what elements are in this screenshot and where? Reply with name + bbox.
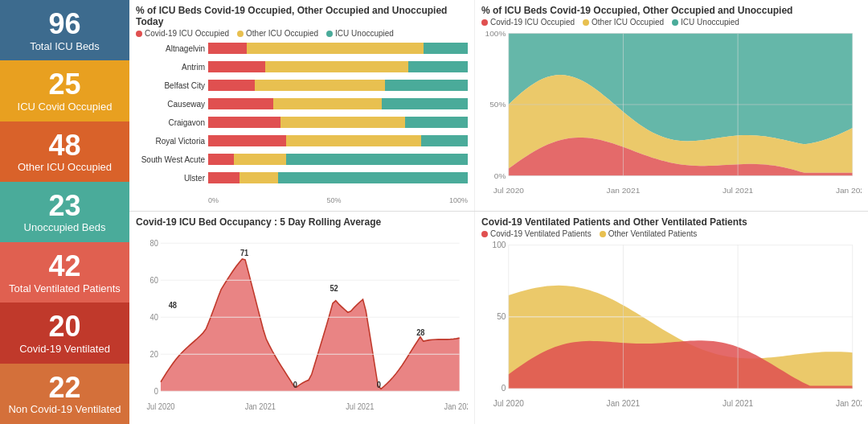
stat-num: 23: [48, 190, 80, 222]
legend-label: Other ICU Occupied: [592, 18, 664, 27]
hbar-legend: Covid-19 ICU OccupiedOther ICU OccupiedI…: [136, 29, 468, 38]
hbar-track: [208, 61, 468, 72]
hbar-other: [273, 98, 383, 109]
legend-dot: [481, 231, 488, 237]
hbar-covid: [208, 154, 234, 165]
bottom-row: Covid-19 ICU Bed Occupancy : 5 Day Rolli…: [129, 212, 868, 424]
stat-num: 25: [48, 68, 80, 101]
legend-item: Covid-19 Ventilated Patients: [481, 229, 592, 238]
hbar-chart: Altnagelvin Antrim Belfast City Causeway…: [136, 40, 468, 209]
hbar-track: [208, 43, 468, 54]
hbar-covid: [208, 172, 240, 183]
hbar-unoccupied: [278, 172, 468, 183]
hbar-track: [208, 172, 468, 183]
stat-card-total-icu: 96Total ICU Beds: [0, 0, 129, 60]
hbar-covid: [208, 135, 286, 146]
hbar-other: [286, 135, 421, 146]
svg-text:Jan 2021: Jan 2021: [607, 187, 641, 196]
svg-text:0: 0: [377, 380, 382, 389]
svg-text:Jul 2021: Jul 2021: [723, 399, 754, 408]
hbar-row: Craigavon: [136, 114, 468, 130]
svg-text:71: 71: [240, 249, 249, 258]
legend-label: Other ICU Occupied: [246, 29, 318, 38]
hbar-covid: [208, 61, 265, 72]
stat-label: Unoccupied Beds: [24, 221, 106, 234]
svg-text:Jul 2020: Jul 2020: [493, 187, 525, 196]
line-svg: 020406080Jul 2020Jan 2021Jul 2021Jan 202…: [136, 229, 468, 414]
area-top-legend: Covid-19 ICU OccupiedOther ICU OccupiedI…: [481, 18, 862, 27]
legend-dot: [326, 31, 333, 37]
svg-text:40: 40: [150, 312, 159, 322]
svg-text:Jul 2020: Jul 2020: [146, 402, 175, 412]
stat-num: 96: [48, 8, 80, 40]
stat-card-total-vent: 42Total Ventilated Patients: [0, 242, 129, 303]
legend-dot: [600, 231, 606, 237]
svg-text:0: 0: [293, 380, 298, 389]
hbar-label: Altnagelvin: [136, 44, 208, 53]
legend-item: ICU Unoccupied: [326, 29, 394, 38]
hbar-track: [208, 135, 468, 146]
legend-label: Covid-19 ICU Occupied: [145, 29, 229, 38]
hbar-track: [208, 154, 468, 165]
stat-num: 42: [48, 250, 80, 282]
hbar-unoccupied: [286, 154, 468, 165]
hbar-row: Antrim: [136, 59, 468, 75]
hbar-other: [280, 117, 405, 128]
hbar-track: [208, 80, 468, 91]
stat-card-covid-vent: 20Covid-19 Ventilated: [0, 303, 129, 363]
hbar-row: Causeway: [136, 96, 468, 112]
legend-item: ICU Unoccupied: [672, 18, 739, 27]
hbar-unoccupied: [424, 43, 468, 54]
axis-50: 50%: [219, 196, 449, 204]
svg-text:Jan 2022: Jan 2022: [836, 399, 862, 408]
svg-text:Jul 2020: Jul 2020: [493, 399, 525, 408]
top-row: % of ICU Beds Covid-19 Occupied, Other O…: [129, 0, 868, 212]
svg-text:0: 0: [502, 384, 506, 393]
main-content: % of ICU Beds Covid-19 Occupied, Other O…: [129, 0, 868, 424]
svg-text:Jan 2021: Jan 2021: [607, 399, 641, 408]
hbar-covid: [208, 98, 273, 109]
stat-label: Covid-19 Ventilated: [19, 343, 110, 356]
hbar-label: Ulster: [136, 174, 208, 183]
legend-item: Covid-19 ICU Occupied: [481, 18, 575, 27]
legend-label: ICU Unoccupied: [681, 18, 739, 27]
svg-text:0%: 0%: [494, 171, 506, 180]
area-top-title: % of ICU Beds Covid-19 Occupied, Other O…: [481, 5, 862, 16]
hbar-other: [240, 172, 278, 183]
svg-text:100: 100: [493, 241, 506, 249]
axis-100: 100%: [449, 196, 468, 204]
hbar-label: Antrim: [136, 63, 208, 72]
svg-text:Jan 2022: Jan 2022: [836, 187, 862, 196]
area-bottom-title: Covid-19 Ventilated Patients and Other V…: [481, 216, 862, 228]
hbar-unoccupied: [385, 80, 468, 91]
svg-text:Jan 2022: Jan 2022: [444, 402, 468, 412]
stat-card-other-icu: 48Other ICU Occupied: [0, 121, 129, 182]
svg-text:100%: 100%: [485, 29, 506, 38]
hbar-unoccupied: [421, 135, 468, 146]
svg-text:52: 52: [330, 284, 338, 294]
legend-dot: [583, 19, 589, 26]
legend-label: Covid-19 Ventilated Patients: [490, 229, 592, 238]
area-bottom-panel: Covid-19 Ventilated Patients and Other V…: [475, 212, 868, 424]
stat-card-unoccupied: 23Unoccupied Beds: [0, 182, 129, 242]
legend-label: ICU Unoccupied: [335, 29, 394, 38]
stat-card-icu-covid: 25ICU Covid Occupied: [0, 60, 129, 121]
sidebar: 96Total ICU Beds25ICU Covid Occupied48Ot…: [0, 0, 129, 424]
hbar-row: Ulster: [136, 170, 468, 186]
legend-dot: [481, 19, 488, 26]
hbar-label: Causeway: [136, 100, 208, 109]
svg-text:Jan 2021: Jan 2021: [245, 402, 276, 412]
legend-item: Other Ventilated Patients: [600, 229, 698, 238]
hbar-covid: [208, 117, 280, 128]
stat-num: 22: [48, 372, 80, 404]
hbar-other: [265, 61, 408, 72]
area-top-panel: % of ICU Beds Covid-19 Occupied, Other O…: [475, 0, 868, 211]
svg-text:50: 50: [497, 312, 506, 321]
svg-text:Jul 2021: Jul 2021: [346, 402, 374, 412]
legend-dot: [237, 31, 244, 37]
svg-text:Jul 2021: Jul 2021: [723, 187, 754, 196]
hbar-unoccupied: [382, 98, 468, 109]
hbar-label: Craigavon: [136, 118, 208, 127]
hbar-axis: 0%50%100%: [208, 196, 468, 204]
hbar-label: Belfast City: [136, 81, 208, 90]
